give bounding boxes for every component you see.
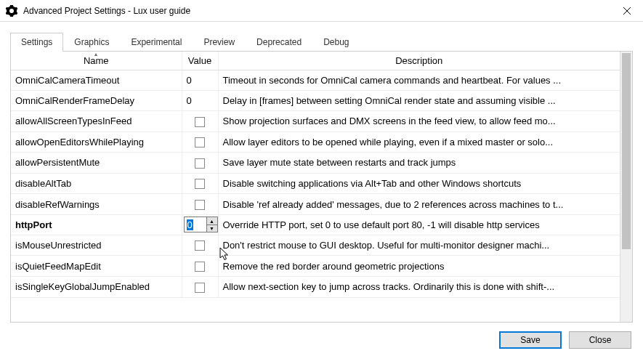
setting-name: allowAllScreenTypesInFeed [11, 111, 182, 132]
setting-value: 0▲▼ [182, 214, 218, 235]
setting-description: Disable switching applications via Alt+T… [218, 173, 620, 194]
setting-value [182, 235, 218, 256]
setting-value [182, 173, 218, 194]
setting-name: isQuietFeedMapEdit [11, 256, 182, 277]
table-row[interactable]: allowPersistentMuteSave layer mute state… [11, 153, 620, 174]
scrollbar-thumb[interactable] [622, 53, 631, 249]
tab-deprecated[interactable]: Deprecated [246, 33, 312, 52]
tab-graphics[interactable]: Graphics [63, 33, 120, 52]
column-header-value[interactable]: Value [182, 52, 218, 70]
table-row[interactable]: isMouseUnrestrictedDon't restrict mouse … [11, 235, 620, 256]
setting-description: Delay in [frames] between setting OmniCa… [218, 91, 620, 111]
checkbox[interactable] [195, 283, 205, 293]
column-header-name[interactable]: ▴Name [11, 52, 182, 70]
dialog-footer: Save Close [0, 323, 643, 357]
number-spinner[interactable]: 0▲▼ [184, 217, 218, 232]
close-button[interactable]: Close [569, 331, 631, 349]
setting-value[interactable]: 0 [182, 91, 218, 111]
setting-description: Don't restrict mouse to GUI desktop. Use… [218, 235, 620, 256]
setting-value [182, 276, 218, 297]
tab-settings[interactable]: Settings [10, 33, 63, 52]
setting-value [182, 153, 218, 174]
setting-value [182, 194, 218, 215]
vertical-scrollbar[interactable] [620, 52, 632, 322]
table-row[interactable]: OmniCalRenderFrameDelay0Delay in [frames… [11, 91, 620, 111]
column-header-description[interactable]: Description [218, 52, 620, 70]
setting-name: disableRefWarnings [11, 194, 182, 215]
setting-description: Allow next-section key to jump across tr… [218, 276, 620, 297]
spinner-down[interactable]: ▼ [207, 225, 217, 232]
titlebar: Advanced Project Settings - Lux user gui… [0, 0, 643, 22]
checkbox[interactable] [195, 137, 205, 147]
tab-bar: SettingsGraphicsExperimentalPreviewDepre… [10, 32, 633, 52]
setting-name: OmniCalCameraTimeout [11, 70, 182, 91]
table-row[interactable]: isSingleKeyGlobalJumpEnabledAllow next-s… [11, 276, 620, 297]
table-row[interactable]: isQuietFeedMapEditRemove the red border … [11, 256, 620, 277]
tab-preview[interactable]: Preview [193, 33, 246, 52]
window-title: Advanced Project Settings - Lux user gui… [23, 6, 190, 16]
setting-description: Allow layer editors to be opened while p… [218, 132, 620, 153]
setting-value[interactable]: 0 [182, 70, 218, 91]
tab-debug[interactable]: Debug [312, 33, 360, 52]
checkbox[interactable] [195, 179, 205, 189]
setting-description: Show projection surfaces and DMX screens… [218, 111, 620, 132]
setting-name: disableAltTab [11, 173, 182, 194]
setting-name: isMouseUnrestricted [11, 235, 182, 256]
setting-description: Timeout in seconds for OmniCal camera co… [218, 70, 620, 91]
table-row[interactable]: disableRefWarningsDisable 'ref already a… [11, 194, 620, 215]
checkbox[interactable] [195, 158, 205, 169]
table-row[interactable]: OmniCalCameraTimeout0Timeout in seconds … [11, 70, 620, 91]
close-icon[interactable] [610, 0, 643, 22]
setting-value [182, 132, 218, 153]
spinner-up[interactable]: ▲ [207, 217, 217, 225]
gear-icon [6, 5, 17, 17]
setting-name: httpPort [11, 214, 182, 235]
setting-description: Override HTTP port, set 0 to use default… [218, 214, 620, 235]
checkbox[interactable] [195, 240, 205, 251]
checkbox[interactable] [195, 200, 205, 210]
setting-description: Save layer mute state between restarts a… [218, 153, 620, 174]
setting-description: Remove the red border around geometric p… [218, 256, 620, 277]
setting-name: OmniCalRenderFrameDelay [11, 91, 182, 111]
setting-value [182, 256, 218, 277]
setting-value [182, 111, 218, 132]
setting-description: Disable 'ref already added' messages, du… [218, 194, 620, 215]
table-row[interactable]: allowAllScreenTypesInFeedShow projection… [11, 111, 620, 132]
setting-name: allowOpenEditorsWhilePlaying [11, 132, 182, 153]
save-button[interactable]: Save [499, 331, 562, 349]
setting-name: allowPersistentMute [11, 153, 182, 174]
table-row[interactable]: disableAltTabDisable switching applicati… [11, 173, 620, 194]
checkbox[interactable] [195, 262, 205, 272]
setting-name: isSingleKeyGlobalJumpEnabled [11, 276, 182, 297]
table-row[interactable]: httpPort0▲▼Override HTTP port, set 0 to … [11, 214, 620, 235]
tab-experimental[interactable]: Experimental [120, 33, 193, 52]
checkbox[interactable] [195, 117, 205, 127]
table-row[interactable]: allowOpenEditorsWhilePlayingAllow layer … [11, 132, 620, 153]
